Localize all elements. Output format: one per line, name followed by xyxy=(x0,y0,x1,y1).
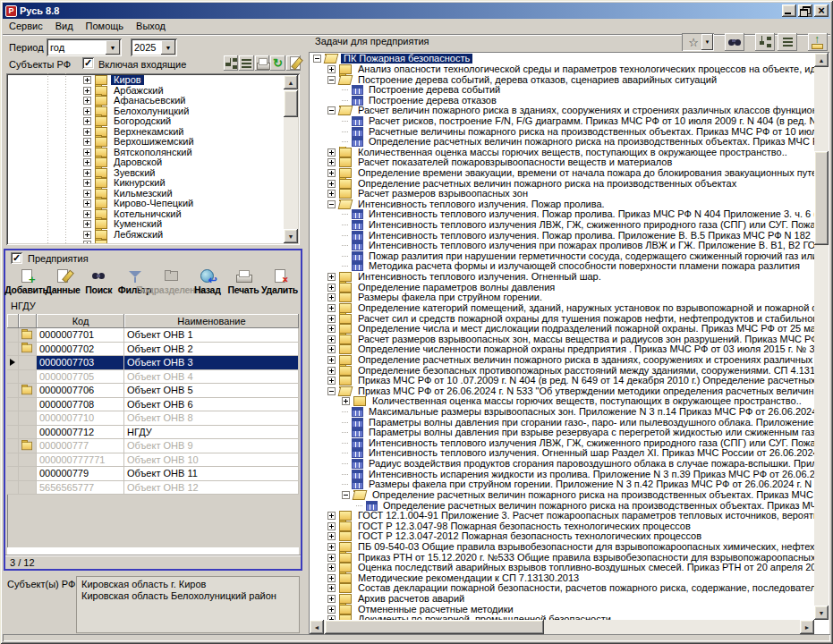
expand-plus-icon[interactable] xyxy=(83,76,91,84)
scroll-down-icon[interactable]: ▼ xyxy=(284,229,298,243)
menu-exit[interactable]: Выход xyxy=(130,20,172,33)
subject-tree-item[interactable]: Киров xyxy=(6,75,284,86)
task-tree-item[interactable]: ПК Пожарная безопасность xyxy=(310,54,814,64)
task-tree-item[interactable]: Построение дерева событий, дерева отказо… xyxy=(310,74,814,85)
expand-plus-icon[interactable] xyxy=(327,325,336,333)
expand-plus-icon[interactable] xyxy=(327,345,336,353)
task-tree-item[interactable]: Количественная оценка массы горючих веще… xyxy=(310,147,814,157)
task-tree-item[interactable]: Расчет показателей пожаровзрывоопасности… xyxy=(310,157,814,168)
menu-help[interactable]: Помощь xyxy=(80,20,131,33)
task-tree-item[interactable]: ГОСТ 12.1.004-91 Приложение 3. Расчет по… xyxy=(310,511,814,521)
expand-plus-icon[interactable] xyxy=(327,532,336,540)
list-structure-icon[interactable] xyxy=(239,55,253,71)
collapse-minus-icon[interactable] xyxy=(327,200,336,208)
task-tree-item[interactable]: Приказ РТН от 15.12.2020 г. №533 Общие п… xyxy=(310,552,814,563)
expand-plus-icon[interactable] xyxy=(327,543,336,551)
subject-tree-item[interactable]: Кирово-Чепецкий xyxy=(6,199,284,209)
task-tree-item[interactable]: Определение расчетных величин пожарного … xyxy=(310,178,814,189)
expand-plus-icon[interactable] xyxy=(327,356,336,364)
task-tree-item[interactable]: Состав декларации пожарной безопасности,… xyxy=(310,583,814,594)
scroll-thumb[interactable] xyxy=(325,620,544,634)
scroll-thumb[interactable] xyxy=(814,151,829,245)
menu-view[interactable]: Вид xyxy=(49,20,80,33)
task-tree-item[interactable]: Построение дерева событий xyxy=(310,85,814,96)
task-tree-item[interactable]: Определение расчетных величин пожарного … xyxy=(310,137,814,148)
year-combobox[interactable]: 2025 ▼ xyxy=(131,38,177,56)
expand-plus-icon[interactable] xyxy=(83,97,91,105)
task-tree-item[interactable]: Оценка последствий аварийных взрывов топ… xyxy=(310,563,814,573)
table-row[interactable]: 000000777Объект ОНВ 9 xyxy=(7,439,299,453)
expand-plus-icon[interactable] xyxy=(327,584,336,592)
task-tree-item[interactable]: Расчет рисков, построение F/N, F/G диагр… xyxy=(310,116,814,127)
task-tree-item[interactable]: Пожар разлития при нарушении герметичнос… xyxy=(310,251,814,262)
task-tree-item[interactable]: Количественная оценка массы горючих веще… xyxy=(310,396,814,407)
subject-tree-item[interactable]: Афанасьевский xyxy=(6,96,284,106)
expand-plus-icon[interactable] xyxy=(327,158,336,166)
expand-plus-icon[interactable] xyxy=(327,180,336,188)
subjects-tree-scrollbar[interactable]: ▲ ▼ xyxy=(284,75,298,243)
table-row[interactable]: 0000007701Объект ОНВ 1 xyxy=(7,328,299,343)
task-tree-item[interactable]: Архив расчетов аварий xyxy=(310,594,814,605)
expand-plus-icon[interactable] xyxy=(83,210,91,218)
subject-tree-item[interactable] xyxy=(6,240,284,243)
enterprises-toolbar-delete-button[interactable]: Удалить xyxy=(261,267,298,300)
expand-plus-icon[interactable] xyxy=(83,107,91,115)
enterprises-toolbar-print-button[interactable]: Печать xyxy=(225,267,261,300)
expand-plus-icon[interactable] xyxy=(83,128,91,136)
subject-tree-item[interactable]: Лебяжский xyxy=(6,230,284,241)
expand-plus-icon[interactable] xyxy=(83,138,91,146)
task-tree-item[interactable]: Расчет размеров взрывоопасных зон xyxy=(310,189,814,199)
expand-plus-icon[interactable] xyxy=(327,148,336,157)
restore-button[interactable] xyxy=(798,4,812,17)
scroll-left-icon[interactable]: ◄ xyxy=(310,620,324,634)
column-header-code[interactable]: Код xyxy=(37,314,124,328)
column-header-name[interactable]: Наименование xyxy=(124,314,299,328)
subject-tree-item[interactable]: Кикнурский xyxy=(6,178,284,189)
task-tree-item[interactable]: Определение числа и мест дислокации подр… xyxy=(310,324,814,335)
expand-plus-icon[interactable] xyxy=(83,190,91,198)
expand-plus-icon[interactable] xyxy=(327,564,336,572)
expand-plus-icon[interactable] xyxy=(83,241,91,243)
expand-plus-icon[interactable] xyxy=(83,179,91,187)
task-tree-item[interactable]: Размеры факела при струйном горении. При… xyxy=(310,479,814,490)
task-tree-item[interactable]: Определение расчетных величин пожарного … xyxy=(310,490,814,501)
subject-tree-item[interactable]: Даровской xyxy=(6,157,284,168)
table-row[interactable]: 0000007712НГДУ xyxy=(7,426,299,440)
close-button[interactable] xyxy=(814,4,829,17)
enterprises-toolbar-edit-button[interactable]: Данные xyxy=(45,267,81,300)
subject-tree-item[interactable]: Верхошижемский xyxy=(6,137,284,148)
enterprises-checkbox[interactable] xyxy=(11,252,22,264)
task-tree-item[interactable]: ГОСТ Р 12.3.047-98 Пожарная безопасность… xyxy=(310,521,814,531)
task-tree-item[interactable]: Интенсивность теплового излучения. Пожар… xyxy=(310,209,814,220)
include-nested-checkbox[interactable] xyxy=(82,57,94,69)
expand-plus-icon[interactable] xyxy=(327,315,336,323)
expand-plus-icon[interactable] xyxy=(327,273,336,281)
expand-plus-icon[interactable] xyxy=(327,335,336,343)
table-row[interactable]: 0000007702Объект ОНВ 2 xyxy=(7,343,299,357)
task-tree-item[interactable]: ГОСТ Р 12.3.047-2012 Пожарная безопаснос… xyxy=(310,531,814,542)
task-tree-item[interactable]: Определение безопасных противопожарных р… xyxy=(310,365,814,376)
printer-icon[interactable] xyxy=(255,55,269,71)
task-tree-item[interactable]: Расчет сил и средств пожарной охраны для… xyxy=(310,313,814,324)
task-tree-item[interactable]: Построение дерева отказов xyxy=(310,95,814,106)
table-row[interactable]: 0000007708Объект ОНВ 6 xyxy=(7,398,299,412)
task-tree-item[interactable]: Интенсивность теплового излучения. Огнен… xyxy=(310,272,814,283)
task-tree-item[interactable]: Радиус воздействия продуктов сгорания па… xyxy=(310,459,814,470)
task-tree-item[interactable]: Расчет размеров взрывоопасных зон, массы… xyxy=(310,334,814,344)
expand-plus-icon[interactable] xyxy=(83,220,91,228)
scroll-up-icon[interactable]: ▲ xyxy=(814,53,829,67)
expand-plus-icon[interactable] xyxy=(83,158,91,166)
subject-tree-item[interactable]: Богородский xyxy=(6,116,284,127)
chevron-down-icon[interactable]: ▼ xyxy=(161,40,175,55)
table-row[interactable]: 000000777771Объект ОНВ 10 xyxy=(7,453,299,468)
table-row[interactable]: 0000007710Объект ОНВ 8 xyxy=(7,411,299,426)
list-structure-icon[interactable] xyxy=(778,33,797,51)
task-tree-item[interactable]: Отмененные расчетные методики xyxy=(310,604,814,614)
table-row[interactable]: 0000007706Объект ОНВ 5 xyxy=(7,384,299,398)
collapse-minus-icon[interactable] xyxy=(327,387,336,395)
collapse-minus-icon[interactable] xyxy=(313,55,321,63)
tasks-tree-hscrollbar[interactable]: ◄ ► xyxy=(310,620,814,634)
expand-plus-icon[interactable] xyxy=(327,595,336,603)
expand-plus-icon[interactable] xyxy=(327,169,336,177)
task-tree-item[interactable]: Интенсивность теплового излучения ЛВЖ, Г… xyxy=(310,438,814,449)
